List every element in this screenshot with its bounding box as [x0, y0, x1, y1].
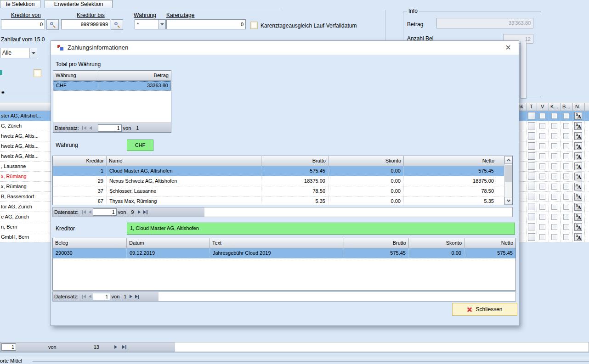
checkbox-t[interactable]	[528, 162, 535, 170]
column-header-betrag[interactable]: Betrag	[99, 71, 171, 80]
scroll-down-button[interactable]	[504, 197, 512, 205]
font-button[interactable]: a A	[574, 213, 582, 221]
background-checkbox[interactable]	[34, 69, 41, 77]
checkbox-t[interactable]	[528, 142, 535, 150]
font-button[interactable]: a A	[574, 203, 582, 211]
creditor-list-item[interactable]: hweiz AG, Altis...	[0, 131, 51, 141]
kreditor-bis-input[interactable]: 999'999'999	[61, 19, 110, 29]
checkbox-b[interactable]	[563, 234, 569, 240]
close-icon[interactable]: ×	[503, 42, 513, 53]
beleg-table-row[interactable]: 290030 09.12.2019 Jahresgebühr Cloud 201…	[53, 248, 515, 258]
kreditor-bis-search-button[interactable]	[111, 19, 123, 30]
kreditor-table-row[interactable]: 37 Schlosser, Lausanne 78.50 0.00 78.50	[53, 186, 512, 196]
checkbox-t[interactable]	[528, 122, 535, 129]
scrollbar-thumb[interactable]	[505, 165, 512, 182]
column-header-kreditor[interactable]: Kreditor	[53, 156, 107, 166]
creditor-list-item[interactable]: ster AG, Altishof...	[0, 111, 51, 121]
column-header-brutto[interactable]: Brutto	[261, 156, 328, 166]
checkbox-v[interactable]	[539, 234, 545, 240]
checkbox-v[interactable]	[539, 184, 545, 190]
column-header-beleg[interactable]: Beleg	[53, 238, 127, 248]
column-header-text[interactable]: Text	[210, 238, 344, 248]
checkbox-v[interactable]	[539, 153, 545, 159]
creditor-list-item[interactable]: x, Rümlang	[0, 182, 51, 192]
column-header-v[interactable]: V	[541, 102, 544, 111]
previous-record-button[interactable]	[89, 210, 91, 214]
checkbox-v[interactable]	[539, 163, 545, 169]
alle-dropdown[interactable]: Alle	[0, 48, 37, 58]
checkbox-b[interactable]	[563, 184, 569, 190]
first-record-button[interactable]	[82, 126, 86, 130]
checkbox-k[interactable]	[551, 113, 557, 119]
checkbox-v[interactable]	[539, 123, 545, 129]
creditor-list-item[interactable]: B, Bassersdorf	[0, 192, 51, 202]
column-header-skonto[interactable]: Skonto	[328, 156, 404, 166]
table-scrollbar[interactable]	[504, 156, 512, 205]
dialog-titlebar[interactable]: Zahlungsinformationen ×	[51, 41, 519, 55]
checkbox-v[interactable]	[539, 133, 545, 139]
record-position-input[interactable]: 1	[93, 293, 110, 300]
creditor-list-item[interactable]: e AG, Zürich	[0, 212, 51, 222]
next-record-button[interactable]	[130, 295, 132, 298]
last-record-button[interactable]	[122, 345, 127, 349]
checkbox-v[interactable]	[539, 194, 545, 200]
checkbox-t[interactable]	[528, 203, 535, 210]
checkbox-k[interactable]	[551, 224, 557, 230]
karenztageausgleich-checkbox[interactable]	[250, 22, 258, 29]
chevron-down-icon[interactable]	[158, 20, 165, 29]
font-button[interactable]: a A	[574, 122, 582, 130]
flags-grid-header[interactable]: nk T V K... B... N.	[510, 102, 589, 111]
checkbox-b[interactable]	[563, 204, 569, 210]
kreditor-table-row[interactable]: 1 Cloud Master AG, Altishofen 575.45 0.0…	[53, 166, 512, 176]
checkbox-b[interactable]	[563, 153, 569, 159]
checkbox-b[interactable]	[563, 133, 569, 139]
checkbox-k[interactable]	[551, 174, 557, 179]
checkbox-t[interactable]	[528, 112, 535, 119]
checkbox-k[interactable]	[551, 143, 557, 149]
checkbox-t[interactable]	[528, 173, 535, 180]
creditor-list-item[interactable]: n, Bern	[0, 222, 51, 232]
previous-record-button[interactable]	[89, 126, 92, 130]
checkbox-t[interactable]	[528, 233, 535, 241]
column-header-netto[interactable]: Netto	[404, 156, 497, 166]
previous-record-button[interactable]	[89, 295, 91, 298]
column-header-waehrung[interactable]: Währung	[53, 71, 99, 80]
scroll-up-button[interactable]	[504, 156, 512, 164]
creditor-list-item[interactable]: hweiz AG, Altis...	[0, 151, 51, 162]
checkbox-b[interactable]	[563, 143, 569, 149]
creditor-list-header[interactable]	[0, 102, 51, 111]
font-button[interactable]: a A	[574, 112, 582, 120]
checkbox-t[interactable]	[528, 223, 535, 230]
last-record-button[interactable]	[135, 295, 140, 299]
checkbox-k[interactable]	[551, 214, 557, 220]
checkbox-v[interactable]	[539, 113, 545, 119]
creditor-list-item[interactable]: x, Rümlang	[0, 172, 51, 182]
currency-table-row[interactable]: CHF 33363.80	[53, 81, 171, 91]
checkbox-k[interactable]	[551, 194, 557, 200]
checkbox-k[interactable]	[551, 123, 557, 129]
font-button[interactable]: a A	[574, 233, 582, 241]
checkbox-k[interactable]	[551, 204, 557, 210]
next-record-button[interactable]	[114, 345, 117, 349]
tab-erweiterte-selektion[interactable]: Erweiterte Selektion	[45, 0, 113, 8]
kreditor-table-row[interactable]: 29 Nexus Schweiz AG, Altishofen 18375.00…	[53, 176, 512, 186]
font-button[interactable]: a A	[574, 152, 582, 160]
tab-selektion[interactable]: te Selektion	[0, 0, 40, 8]
column-header-b[interactable]: B...	[562, 102, 570, 111]
column-header-netto[interactable]: Netto	[464, 238, 515, 248]
checkbox-v[interactable]	[539, 224, 545, 230]
column-header-brutto[interactable]: Brutto	[344, 238, 409, 248]
first-record-button[interactable]	[81, 295, 86, 299]
font-button[interactable]: a A	[574, 142, 582, 150]
creditor-list-item[interactable]: tor AG, Zürich	[0, 202, 51, 212]
checkbox-t[interactable]	[528, 152, 535, 160]
creditor-list-item[interactable]: G, Zürich	[0, 121, 51, 131]
font-button[interactable]: a A	[574, 183, 582, 190]
checkbox-b[interactable]	[563, 113, 569, 119]
checkbox-b[interactable]	[563, 214, 569, 220]
column-header-k[interactable]: K...	[550, 102, 558, 111]
record-position-input[interactable]: 1	[93, 208, 117, 216]
kreditor-table-row[interactable]: 67 Thyss Max, Rümlang 5.35 0.00 5.35	[53, 196, 512, 205]
checkbox-k[interactable]	[551, 133, 557, 139]
checkbox-b[interactable]	[563, 174, 569, 179]
